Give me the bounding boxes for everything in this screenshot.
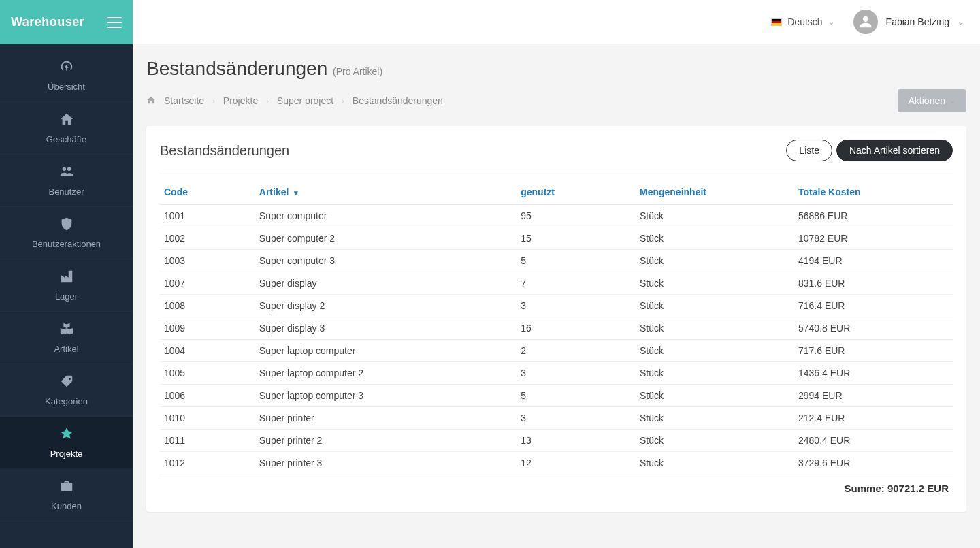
cell-used: 3 xyxy=(517,295,636,317)
page-title: Bestandsänderungen (Pro Artikel) xyxy=(146,58,966,80)
table-row[interactable]: 1007Super display7Stück831.6 EUR xyxy=(160,272,953,295)
breadcrumb: Startseite›Projekte›Super project›Bestan… xyxy=(146,95,443,107)
table-row[interactable]: 1008Super display 23Stück716.4 EUR xyxy=(160,295,953,317)
cell-unit: Stück xyxy=(636,227,794,250)
cell-total: 5740.8 EUR xyxy=(794,317,953,340)
boxes-icon xyxy=(59,321,74,340)
cell-used: 15 xyxy=(517,227,636,250)
breadcrumb-item: Bestandsänderungen xyxy=(353,95,443,106)
table-row[interactable]: 1009Super display 316Stück5740.8 EUR xyxy=(160,317,953,340)
home-icon xyxy=(59,112,74,130)
cell-unit: Stück xyxy=(636,430,794,452)
cell-article: Super computer 3 xyxy=(255,250,517,272)
cell-unit: Stück xyxy=(636,272,794,295)
actions-button[interactable]: Aktionen ⌄ xyxy=(898,89,966,112)
cell-unit: Stück xyxy=(636,295,794,317)
table-row[interactable]: 1012Super printer 312Stück3729.6 EUR xyxy=(160,452,953,474)
chevron-down-icon: ⌄ xyxy=(828,18,834,27)
cell-code: 1003 xyxy=(160,250,255,272)
cell-article: Super computer 2 xyxy=(255,227,517,250)
sidebar-item-kategorien[interactable]: Kategorien xyxy=(0,364,133,417)
sidebar-header: Warehouser xyxy=(0,0,133,44)
sidebar-item-gesch-fte[interactable]: Geschäfte xyxy=(0,102,133,155)
chevron-right-icon: › xyxy=(266,97,269,105)
cell-code: 1010 xyxy=(160,407,255,430)
table-row[interactable]: 1010Super printer3Stück212.4 EUR xyxy=(160,407,953,430)
cell-code: 1009 xyxy=(160,317,255,340)
cell-code: 1004 xyxy=(160,340,255,362)
cell-used: 16 xyxy=(517,317,636,340)
view-list-button[interactable]: Liste xyxy=(786,140,832,161)
chevron-right-icon: › xyxy=(342,97,344,105)
brand-logo[interactable]: Warehouser xyxy=(11,15,84,29)
cell-total: 4194 EUR xyxy=(794,250,953,272)
menu-toggle-icon[interactable] xyxy=(107,17,122,28)
sidebar: Warehouser ÜbersichtGeschäfteBenutzerBen… xyxy=(0,0,133,548)
cell-code: 1006 xyxy=(160,385,255,407)
cell-total: 831.6 EUR xyxy=(794,272,953,295)
stock-changes-table: Code Artikel ▾ genutzt Mengeneinheit Tot… xyxy=(160,180,953,498)
sidebar-item-benutzer[interactable]: Benutzer xyxy=(0,155,133,207)
table-row[interactable]: 1004Super laptop computer2Stück717.6 EUR xyxy=(160,340,953,362)
sidebar-item-kunden[interactable]: Kunden xyxy=(0,469,133,521)
home-icon xyxy=(146,95,156,107)
briefcase-icon xyxy=(59,479,74,497)
shield-icon xyxy=(59,216,74,235)
cell-article: Super printer 3 xyxy=(255,452,517,474)
sidebar-item-projekte[interactable]: Projekte xyxy=(0,417,133,469)
sidebar-item-label: Übersicht xyxy=(48,82,85,92)
cell-total: 10782 EUR xyxy=(794,227,953,250)
col-used[interactable]: genutzt xyxy=(517,180,636,205)
sidebar-item-label: Projekte xyxy=(50,449,83,459)
table-row[interactable]: 1005Super laptop computer 23Stück1436.4 … xyxy=(160,362,953,385)
user-menu[interactable]: Fabian Betzing ⌄ xyxy=(853,10,964,34)
cell-article: Super laptop computer 3 xyxy=(255,385,517,407)
cell-code: 1005 xyxy=(160,362,255,385)
view-by-article-button[interactable]: Nach Artikel sortieren xyxy=(836,140,953,161)
sidebar-item-label: Artikel xyxy=(54,344,78,354)
chevron-down-icon: ⌄ xyxy=(958,18,964,27)
table-row[interactable]: 1006Super laptop computer 35Stück2994 EU… xyxy=(160,385,953,407)
page-title-main: Bestandsänderungen xyxy=(146,58,327,79)
cell-article: Super computer xyxy=(255,205,517,227)
page-title-sub: (Pro Artikel) xyxy=(333,66,382,77)
cell-total: 56886 EUR xyxy=(794,205,953,227)
dashboard-icon xyxy=(59,59,74,78)
sidebar-item-lager[interactable]: Lager xyxy=(0,259,133,312)
cell-used: 3 xyxy=(517,407,636,430)
table-row[interactable]: 1003Super computer 35Stück4194 EUR xyxy=(160,250,953,272)
cell-total: 716.4 EUR xyxy=(794,295,953,317)
breadcrumb-item[interactable]: Super project xyxy=(277,95,333,106)
card-title: Bestandsänderungen xyxy=(160,143,289,159)
language-selector[interactable]: Deutsch ⌄ xyxy=(771,16,834,27)
col-total[interactable]: Totale Kosten xyxy=(794,180,953,205)
sidebar-item-label: Benutzeraktionen xyxy=(32,239,101,249)
cell-used: 2 xyxy=(517,340,636,362)
table-sum: Summe: 90721.2 EUR xyxy=(160,474,953,499)
breadcrumb-item[interactable]: Startseite xyxy=(164,95,204,106)
sidebar-item-label: Geschäfte xyxy=(46,134,86,144)
sidebar-item--bersicht[interactable]: Übersicht xyxy=(0,50,133,102)
cell-used: 3 xyxy=(517,362,636,385)
col-unit[interactable]: Mengeneinheit xyxy=(636,180,794,205)
cell-total: 717.6 EUR xyxy=(794,340,953,362)
cell-total: 2480.4 EUR xyxy=(794,430,953,452)
users-icon xyxy=(59,164,74,182)
col-code[interactable]: Code xyxy=(160,180,255,205)
language-label: Deutsch xyxy=(787,16,822,27)
cell-article: Super display xyxy=(255,272,517,295)
table-row[interactable]: 1001Super computer95Stück56886 EUR xyxy=(160,205,953,227)
table-row[interactable]: 1002Super computer 215Stück10782 EUR xyxy=(160,227,953,250)
cell-code: 1008 xyxy=(160,295,255,317)
cell-total: 212.4 EUR xyxy=(794,407,953,430)
cell-unit: Stück xyxy=(636,385,794,407)
breadcrumb-item[interactable]: Projekte xyxy=(223,95,258,106)
cell-used: 5 xyxy=(517,250,636,272)
table-row[interactable]: 1011Super printer 213Stück2480.4 EUR xyxy=(160,430,953,452)
cell-unit: Stück xyxy=(636,452,794,474)
sidebar-item-artikel[interactable]: Artikel xyxy=(0,312,133,364)
view-toggle: Liste Nach Artikel sortieren xyxy=(786,140,953,161)
sidebar-item-benutzeraktionen[interactable]: Benutzeraktionen xyxy=(0,207,133,259)
col-article[interactable]: Artikel ▾ xyxy=(255,180,517,205)
sum-label: Summe: xyxy=(845,483,885,494)
